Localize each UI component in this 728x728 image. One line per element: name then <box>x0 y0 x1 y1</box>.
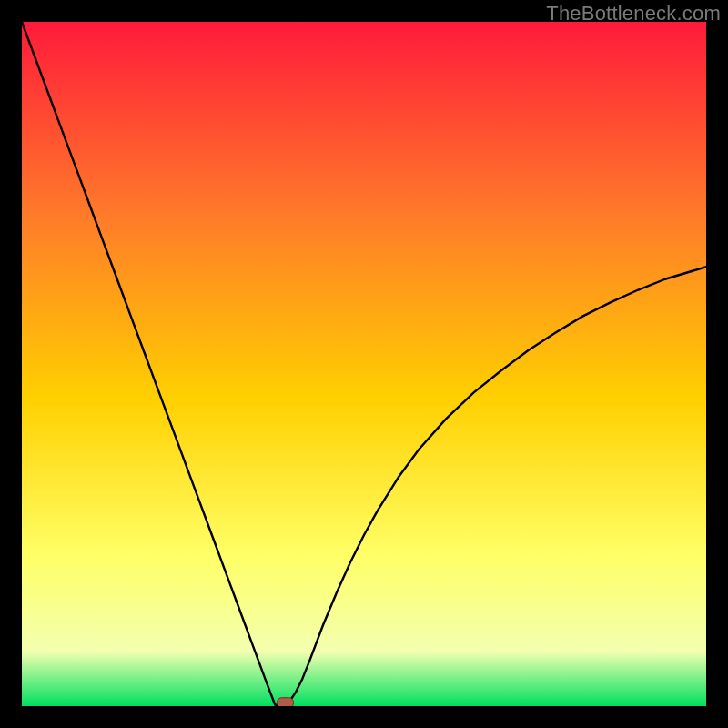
chart-frame <box>22 22 706 706</box>
minimum-marker <box>278 698 294 706</box>
gradient-background <box>22 22 706 706</box>
bottleneck-chart <box>22 22 706 706</box>
